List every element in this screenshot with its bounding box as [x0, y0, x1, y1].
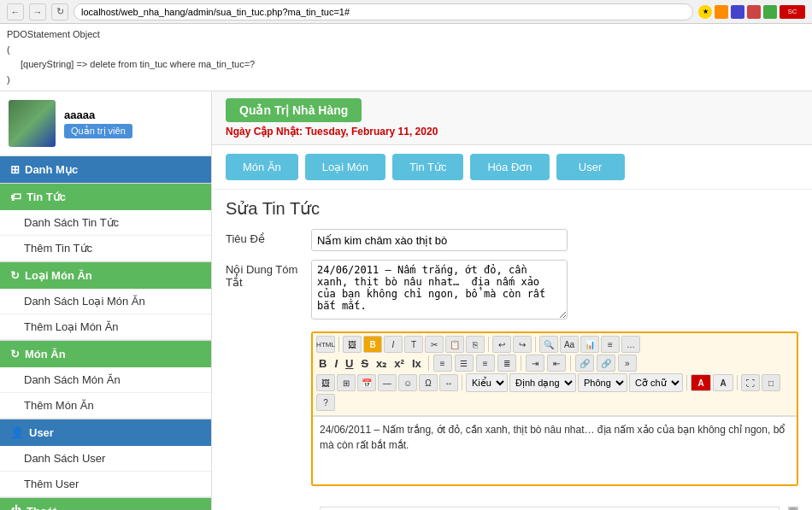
tb-minus-btn[interactable]: — [378, 374, 397, 391]
danh-muc-section: ⊞ Danh Mục [0, 156, 211, 184]
tb-sep-5 [521, 355, 521, 371]
content-detail-label: Nội Dung Chi Tiết [226, 507, 311, 510]
co-chu-select[interactable]: Cỡ chữ [629, 373, 683, 392]
tb-sub-btn[interactable]: x₂ [374, 356, 389, 371]
sidebar-item-them-tin-tuc[interactable]: Thêm Tin Tức [0, 236, 211, 261]
tb-indent-btn[interactable]: ⇥ [526, 355, 544, 372]
tb-btn11[interactable]: ≡ [601, 336, 620, 353]
content-detail-section: Nội Dung Chi Tiết Nấm trắng, ớt đỏ, cần … [212, 503, 812, 510]
tb-btn5[interactable]: 📋 [445, 336, 464, 353]
forward-button[interactable]: → [29, 3, 46, 21]
sidebar-header-tin-tuc[interactable]: 🏷 Tin Tức [0, 184, 211, 210]
nav-user[interactable]: User [556, 154, 625, 180]
sidebar-item-ds-mon-an[interactable]: Danh Sách Món Ăn [0, 367, 211, 393]
tieu-de-label: Tiêu Đề [226, 229, 311, 245]
url-bar[interactable] [74, 3, 693, 21]
tb-calendar-btn[interactable]: 📅 [357, 374, 376, 391]
sidebar-item-them-loai-mon-an[interactable]: Thêm Loại Món Ăn [0, 314, 211, 340]
scrollbar[interactable] [788, 507, 798, 510]
sidebar-header-user[interactable]: 👤 User [0, 419, 211, 446]
tb-img-btn[interactable]: 🖼 [343, 336, 362, 353]
nav-tin-tuc[interactable]: Tin Tức [392, 154, 463, 180]
tb-search-btn[interactable]: 🔍 [539, 336, 558, 353]
tb-btn8[interactable]: ↪ [513, 336, 532, 353]
tb-outdent-btn[interactable]: ⇤ [547, 355, 566, 372]
tb-help-btn[interactable]: ? [316, 394, 335, 411]
tin-tuc-section: 🏷 Tin Tức Danh Sách Tin Tức Thêm Tin Tức [0, 184, 211, 262]
phong-select[interactable]: Phông [578, 373, 627, 392]
tb-arrow-btn[interactable]: ↔ [439, 374, 458, 391]
tb-btn7[interactable]: ↩ [492, 336, 511, 353]
tb-sup-btn[interactable]: x² [391, 356, 407, 371]
toolbar-row-1: HTML 🖼 B I T ✂ 📋 ⎘ ↩ ↪ [316, 336, 793, 353]
form-section: Sửa Tin Tức Tiêu Đề Nội Dung Tóm Tắt 24/… [212, 190, 812, 503]
tb-btn10[interactable]: 📊 [580, 336, 599, 353]
tb-bold-btn[interactable]: B [316, 356, 329, 371]
tb-table-btn[interactable]: ⊞ [337, 374, 356, 391]
tb-btn4[interactable]: ✂ [425, 336, 444, 353]
sidebar-item-ds-tin-tuc[interactable]: Danh Sách Tin Tức [0, 210, 211, 236]
loai-mon-an-label: Loại Món Ăn [25, 269, 92, 282]
nav-buttons: Món Ăn Loại Món Tin Tức Hóa Đơn User [212, 145, 812, 190]
tb-align-l[interactable]: ≡ [433, 355, 452, 372]
noi-dung-row: Nội Dung Tóm Tắt 24/06/2011 – Nấm trắng,… [226, 260, 798, 319]
tb-emoji-btn[interactable]: ☺ [398, 374, 417, 391]
tb-sep-9 [737, 375, 738, 390]
sidebar-header-mon-an[interactable]: ↻ Món Ăn [0, 341, 211, 367]
nav-loai-mon[interactable]: Loại Món [305, 154, 385, 180]
tb-more-btn[interactable]: » [618, 355, 637, 372]
content-detail-text[interactable]: Nấm trắng, ớt đỏ, cần xanh, thịt bò nâu … [320, 507, 780, 510]
tb-italic-btn[interactable]: I [384, 336, 403, 353]
logo: SC [780, 5, 805, 19]
refresh-button[interactable]: ↻ [51, 3, 68, 21]
mon-an-label: Món Ăn [25, 348, 66, 361]
tb-underline-btn[interactable]: U [343, 356, 356, 371]
editor-body[interactable]: 24/06/2011 – Nấm trắng, ớt đỏ, cần xanh,… [313, 416, 797, 484]
sidebar-header-thoat[interactable]: ⏻ Thoát [0, 498, 211, 510]
noi-dung-textarea[interactable]: 24/06/2011 – Nấm trắng, ớt đỏ, cần xanh,… [311, 260, 568, 319]
tb-clear-btn[interactable]: Ix [409, 356, 424, 371]
back-button[interactable]: ← [7, 3, 24, 21]
tag-icon: 🏷 [10, 191, 21, 203]
sidebar-item-ds-loai-mon-an[interactable]: Danh Sách Loại Món Ăn [0, 289, 211, 314]
tb-bg-A-btn[interactable]: A [713, 374, 733, 391]
tb-btn12[interactable]: … [621, 336, 640, 353]
main-header: Quản Trị Nhà Hàng Ngày Cập Nhật: Tuesday… [212, 91, 812, 145]
tieu-de-input[interactable] [311, 229, 568, 251]
tb-btn6[interactable]: ⎘ [466, 336, 485, 353]
person-icon: 👤 [10, 426, 24, 439]
sidebar: aaaaa Quản trị viên ⊞ Danh Mục 🏷 Tin Tức… [0, 91, 212, 510]
tb-align-r[interactable]: ≡ [476, 355, 495, 372]
tb-link-btn[interactable]: 🔗 [575, 355, 594, 372]
admin-title-button[interactable]: Quản Trị Nhà Hàng [226, 98, 362, 122]
tb-strike-btn[interactable]: S [358, 356, 371, 371]
tb-sep-7 [462, 375, 462, 390]
sidebar-item-them-user[interactable]: Thêm User [0, 472, 211, 497]
tb-btn9[interactable]: Aa [560, 336, 579, 353]
sidebar-item-ds-user[interactable]: Danh Sách User [0, 446, 211, 472]
tb-fullscreen-btn[interactable]: ⛶ [741, 374, 760, 391]
dinh-dang-select[interactable]: Định dạng [509, 373, 576, 392]
tb-html-btn[interactable]: HTML [316, 336, 335, 353]
refresh2-icon: ↻ [10, 348, 20, 361]
kieu-select[interactable]: Kiểu [466, 373, 508, 392]
nav-mon-an[interactable]: Món Ăn [226, 154, 298, 180]
tb-align-j[interactable]: ≣ [497, 355, 516, 372]
tb-bold-active-btn[interactable]: B [363, 336, 382, 353]
loai-mon-an-section: ↻ Loại Món Ăn Danh Sách Loại Món Ăn Thêm… [0, 262, 211, 341]
role-badge: Quản trị viên [64, 124, 132, 138]
tb-color-A-btn[interactable]: A [691, 374, 711, 391]
tb-align-c[interactable]: ☰ [455, 355, 474, 372]
sidebar-header-danh-muc[interactable]: ⊞ Danh Mục [0, 156, 211, 183]
tb-sep-8 [686, 375, 687, 390]
sidebar-header-loai-mon-an[interactable]: ↻ Loại Món Ăn [0, 262, 211, 289]
tb-btn3[interactable]: T [404, 336, 423, 353]
nav-hoa-don[interactable]: Hóa Đơn [470, 154, 549, 180]
editor-toolbar: HTML 🖼 B I T ✂ 📋 ⎘ ↩ ↪ [313, 333, 797, 416]
tb-special-btn[interactable]: Ω [419, 374, 438, 391]
tb-img2-btn[interactable]: 🖼 [316, 374, 335, 391]
tb-unlink-btn[interactable]: 🔗 [597, 355, 615, 372]
tb-preview-btn[interactable]: □ [762, 374, 780, 391]
tb-italic2-btn[interactable]: I [332, 356, 340, 371]
sidebar-item-them-mon-an[interactable]: Thêm Món Ăn [0, 393, 211, 419]
